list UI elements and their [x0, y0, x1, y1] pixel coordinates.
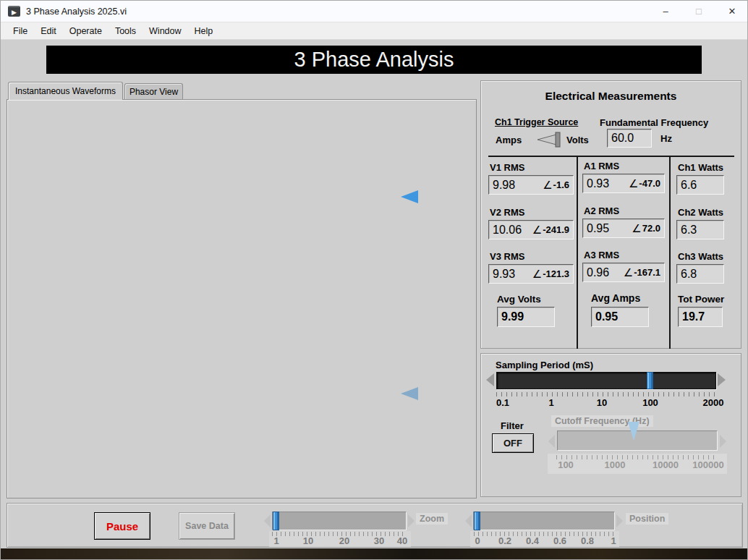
pause-button[interactable]: Pause	[94, 512, 150, 540]
a3-rms-indicator: 0.96∠-167.1	[582, 263, 665, 282]
electrical-measurements-panel: Electrical Measurements Ch1 Trigger Sour…	[480, 80, 741, 349]
angle-icon: ∠	[543, 179, 552, 192]
sampling-decrement-icon[interactable]	[486, 373, 494, 386]
sampling-scale-tick: 1	[548, 397, 553, 408]
menu-tools[interactable]: Tools	[109, 25, 143, 38]
cutoff-scale-strip: 100 1000 10000 100000	[548, 454, 727, 474]
sampling-scale-tick: 10	[597, 397, 607, 408]
zoom-scale-tick: 10	[303, 535, 313, 546]
fundamental-frequency-field[interactable]: 60.0	[607, 129, 652, 148]
zoom-slider[interactable]	[272, 512, 407, 530]
zoom-scale-tick: 20	[339, 535, 349, 546]
cutoff-scale-tick: 100000	[692, 459, 723, 470]
avg-volts-label: Avg Volts	[497, 294, 541, 305]
cutoff-increment-icon[interactable]	[720, 435, 726, 448]
position-scale-tick: 0.6	[553, 535, 566, 546]
ch2-watts-indicator: 6.3	[676, 220, 724, 239]
menu-help[interactable]: Help	[188, 25, 220, 38]
ch1-trigger-source-label: Ch1 Trigger Source	[495, 117, 578, 127]
position-scale-tick: 0.4	[526, 535, 539, 546]
page-title: 3 Phase Analysis	[46, 46, 702, 74]
position-handle[interactable]	[474, 512, 480, 530]
tot-power-label: Tot Power	[678, 294, 724, 305]
close-icon[interactable]: ✕	[715, 1, 748, 22]
zoom-scale-strip: 1 10 20 30 40	[269, 531, 411, 547]
cutoff-scale-tick: 100	[558, 459, 574, 470]
sampling-scale-tick: 2000	[703, 397, 724, 408]
position-scale-tick: 0.8	[581, 535, 594, 546]
trigger-source-switch[interactable]	[530, 130, 564, 149]
tab-page	[7, 99, 477, 499]
position-decrement-icon[interactable]	[465, 514, 472, 527]
minimize-icon[interactable]: –	[649, 1, 682, 22]
divider	[577, 157, 578, 349]
ch1-watts-indicator: 6.6	[676, 175, 724, 195]
v1-rms-label: V1 RMS	[490, 162, 524, 173]
menu-bar: File Edit Operate Tools Window Help	[1, 22, 748, 40]
sampling-period-slider[interactable]	[496, 372, 716, 389]
position-slider[interactable]	[473, 512, 615, 530]
a2-rms-label: A2 RMS	[584, 205, 619, 216]
a2-rms-indicator: 0.95∠72.0	[582, 219, 665, 238]
zoom-increment-icon[interactable]	[408, 514, 415, 527]
a3-rms-label: A3 RMS	[584, 250, 619, 260]
fundamental-frequency-label: Fundamental Frequency	[600, 117, 708, 128]
divider	[488, 156, 734, 157]
window-title: 3 Phase Analysis 2025.vi	[26, 7, 127, 17]
menu-edit[interactable]: Edit	[34, 25, 63, 38]
angle-icon: ∠	[532, 268, 542, 281]
tab-instantaneous-waveforms[interactable]: Instantaneous Waveforms	[8, 82, 123, 100]
angle-icon: ∠	[629, 177, 638, 190]
sampling-period-handle[interactable]	[647, 372, 653, 389]
fundamental-frequency-value[interactable]: 60.0	[611, 132, 634, 145]
position-increment-icon[interactable]	[616, 514, 623, 527]
save-data-button[interactable]: Save Data	[179, 512, 235, 540]
v3-rms-indicator: 9.93∠-121.3	[488, 264, 574, 284]
zoom-handle[interactable]	[273, 512, 279, 530]
sampling-period-label: Sampling Period (mS)	[496, 360, 593, 370]
angle-icon: ∠	[532, 224, 542, 237]
ch2-watts-label: Ch2 Watts	[678, 207, 723, 218]
ch3-watts-label: Ch3 Watts	[678, 251, 723, 262]
zoom-scale-tick: 40	[397, 535, 407, 546]
cutoff-frequency-pointer[interactable]	[628, 422, 639, 441]
zoom-decrement-icon[interactable]	[264, 514, 271, 527]
v2-rms-label: V2 RMS	[490, 207, 524, 218]
filter-button[interactable]: OFF	[492, 433, 534, 453]
ch1-watts-label: Ch1 Watts	[678, 162, 723, 173]
angle-icon: ∠	[624, 266, 633, 279]
desktop-background	[1, 548, 748, 560]
a1-rms-label: A1 RMS	[584, 161, 619, 171]
divider	[669, 157, 671, 349]
app-window: ▶ 3 Phase Analysis 2025.vi – □ ✕ File Ed…	[0, 0, 748, 560]
title-bar: ▶ 3 Phase Analysis 2025.vi – □ ✕	[1, 1, 748, 22]
position-label: Position	[626, 513, 668, 525]
position-scale-tick: 0	[475, 535, 480, 546]
sampling-increment-icon[interactable]	[718, 373, 726, 386]
v2-rms-indicator: 10.06∠-241.9	[488, 220, 574, 239]
sampling-scale-tick: 100	[642, 397, 658, 408]
volts-trigger-level-pointer[interactable]	[401, 190, 418, 203]
position-scale-tick: 0.2	[498, 535, 511, 546]
measurements-title: Electrical Measurements	[481, 90, 741, 103]
avg-amps-label: Avg Amps	[591, 292, 640, 304]
position-scale-tick: 1	[611, 535, 616, 546]
menu-window[interactable]: Window	[143, 25, 187, 38]
a1-rms-indicator: 0.93∠-47.0	[582, 174, 665, 193]
ch3-watts-indicator: 6.8	[676, 264, 724, 284]
trigger-source-volts-label: Volts	[566, 135, 589, 145]
cutoff-decrement-icon[interactable]	[548, 435, 555, 448]
tab-phasor-view[interactable]: Phasor View	[124, 83, 183, 100]
filter-label: Filter	[501, 420, 524, 431]
menu-operate[interactable]: Operate	[63, 25, 109, 38]
maximize-icon[interactable]: □	[682, 1, 715, 22]
avg-volts-indicator: 9.99	[497, 307, 555, 327]
avg-amps-indicator: 0.95	[591, 307, 649, 327]
cutoff-scale-tick: 1000	[605, 459, 626, 470]
amps-trigger-level-pointer[interactable]	[401, 387, 418, 400]
v1-rms-indicator: 9.98∠-1.6	[488, 175, 574, 195]
labview-app-icon: ▶	[8, 6, 20, 17]
cutoff-scale-tick: 10000	[653, 459, 679, 470]
zoom-label: Zoom	[416, 513, 448, 525]
menu-file[interactable]: File	[7, 25, 34, 38]
